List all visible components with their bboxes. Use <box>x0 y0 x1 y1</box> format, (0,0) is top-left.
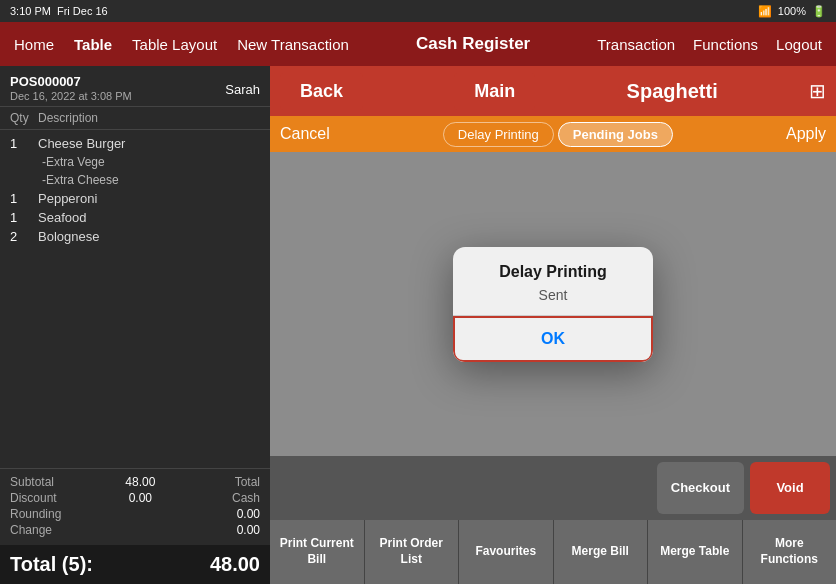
modal-subtitle: Sent <box>453 285 653 315</box>
content-area: No pending jobs. Delay Printing Sent OK <box>270 152 836 456</box>
top-nav: Home Table Table Layout New Transaction … <box>0 22 836 66</box>
favourites-button[interactable]: Favourites <box>459 520 554 584</box>
void-button[interactable]: Void <box>750 462 830 514</box>
nav-functions[interactable]: Functions <box>693 36 758 53</box>
receipt-staff: Sarah <box>225 82 260 97</box>
nav-logout[interactable]: Logout <box>776 36 822 53</box>
time-display: 3:10 PM <box>10 5 51 17</box>
subtotal-row: Subtotal 48.00 Total <box>10 475 260 489</box>
status-bar-left: 3:10 PM Fri Dec 16 <box>10 5 108 17</box>
nav-table-layout[interactable]: Table Layout <box>132 36 217 53</box>
list-item: 1 Seafood <box>0 208 270 227</box>
col-desc-header: Description <box>38 111 260 125</box>
receipt-totals: Subtotal 48.00 Total Discount 0.00 Cash … <box>0 468 270 545</box>
action-bar: Print Current Bill Print Order List Favo… <box>270 520 836 584</box>
top-nav-left: Home Table Table Layout New Transaction <box>14 36 349 53</box>
nav-transaction[interactable]: Transaction <box>597 36 675 53</box>
pos-id: POS000007 <box>10 74 260 89</box>
nav-table[interactable]: Table <box>74 36 112 53</box>
grand-total-label: Total (5): <box>10 553 93 576</box>
more-functions-button[interactable]: More Functions <box>743 520 837 584</box>
change-row: Change 0.00 <box>10 523 260 537</box>
tab-pending-jobs[interactable]: Pending Jobs <box>558 122 673 147</box>
receipt-header: POS000007 Dec 16, 2022 at 3:08 PM Sarah <box>0 66 270 107</box>
rounding-row: Rounding 0.00 <box>10 507 260 521</box>
table-title: Spaghetti <box>627 80 718 103</box>
battery-icon: 🔋 <box>812 5 826 18</box>
battery-display: 100% <box>778 5 806 17</box>
apply-button[interactable]: Apply <box>786 125 826 143</box>
sub-nav: Back Main Spaghetti ⊞ <box>270 66 836 116</box>
right-panel: Back Main Spaghetti ⊞ Cancel Delay Print… <box>270 66 836 584</box>
status-bar-right: 📶 100% 🔋 <box>758 5 826 18</box>
grand-total-value: 48.00 <box>210 553 260 576</box>
modal-title: Delay Printing <box>453 247 653 285</box>
status-bar: 3:10 PM Fri Dec 16 📶 100% 🔋 <box>0 0 836 22</box>
modal-overlay: Delay Printing Sent OK <box>270 152 836 456</box>
merge-bill-button[interactable]: Merge Bill <box>554 520 649 584</box>
receipt-date: Dec 16, 2022 at 3:08 PM <box>10 90 260 102</box>
list-item: 1 Cheese Burger <box>0 134 270 153</box>
main-layout: POS000007 Dec 16, 2022 at 3:08 PM Sarah … <box>0 66 836 584</box>
tab-delay-printing[interactable]: Delay Printing <box>443 122 554 147</box>
checkout-button[interactable]: Checkout <box>657 462 744 514</box>
nav-new-transaction[interactable]: New Transaction <box>237 36 349 53</box>
print-order-list-button[interactable]: Print Order List <box>365 520 460 584</box>
cancel-button[interactable]: Cancel <box>280 125 330 143</box>
receipt-items: 1 Cheese Burger -Extra Vege -Extra Chees… <box>0 130 270 468</box>
left-panel: POS000007 Dec 16, 2022 at 3:08 PM Sarah … <box>0 66 270 584</box>
discount-row: Discount 0.00 Cash <box>10 491 260 505</box>
back-button[interactable]: Back <box>280 73 363 110</box>
col-qty-header: Qty <box>10 111 38 125</box>
bottom-toolbar: Checkout Void <box>270 456 836 520</box>
modal-box: Delay Printing Sent OK <box>453 247 653 362</box>
date-display: Fri Dec 16 <box>57 5 108 17</box>
settings-icon: ⊞ <box>809 79 826 103</box>
list-item: 2 Bolognese <box>0 227 270 246</box>
tabs-row: Cancel Delay Printing Pending Jobs Apply <box>270 116 836 152</box>
list-item: -Extra Cheese <box>0 171 270 189</box>
list-item: -Extra Vege <box>0 153 270 171</box>
top-nav-right: Transaction Functions Logout <box>597 36 822 53</box>
nav-title: Cash Register <box>349 34 597 54</box>
main-button[interactable]: Main <box>454 73 535 110</box>
print-current-bill-button[interactable]: Print Current Bill <box>270 520 365 584</box>
list-item: 1 Pepperoni <box>0 189 270 208</box>
grand-total: Total (5): 48.00 <box>0 545 270 584</box>
nav-home[interactable]: Home <box>14 36 54 53</box>
modal-ok-button[interactable]: OK <box>453 316 653 362</box>
merge-table-button[interactable]: Merge Table <box>648 520 743 584</box>
tabs-center: Delay Printing Pending Jobs <box>443 122 673 147</box>
receipt-col-headers: Qty Description <box>0 107 270 130</box>
wifi-icon: 📶 <box>758 5 772 18</box>
